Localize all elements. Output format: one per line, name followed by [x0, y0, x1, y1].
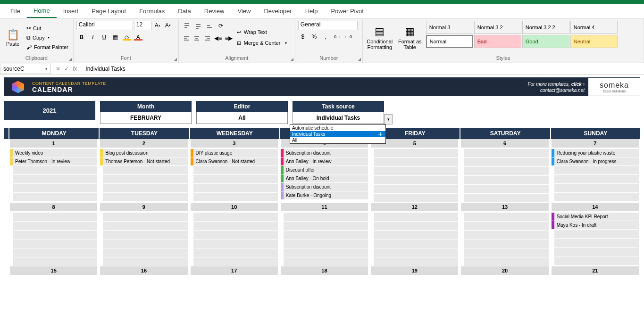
calendar-date: 13 — [461, 203, 548, 211]
calendar-cell[interactable]: 5 — [369, 139, 460, 203]
calendar-cell[interactable]: 12 — [369, 203, 460, 266]
style-normal-3[interactable]: Normal 3 — [426, 21, 473, 34]
align-right-button[interactable] — [203, 33, 212, 43]
number-format-select[interactable]: General — [298, 21, 358, 30]
align-bottom-button[interactable] — [204, 21, 215, 31]
calendar-task[interactable]: Subscription discount — [281, 183, 368, 191]
calendar-cell[interactable]: 10 — [189, 203, 279, 266]
cut-button[interactable]: ✂Cut — [25, 24, 70, 33]
align-middle-button[interactable] — [193, 21, 203, 31]
calendar-cell[interactable]: 9 — [99, 203, 189, 266]
comma-format-button[interactable]: , — [321, 32, 330, 41]
fill-color-button[interactable]: ◇ — [122, 32, 132, 42]
calendar-cell[interactable]: 14Social Media KPI ReportMaya Kos - In d… — [550, 203, 640, 266]
style-normal-4[interactable]: Normal 4 — [570, 21, 618, 34]
percent-format-button[interactable]: % — [309, 32, 319, 41]
dropdown-button[interactable]: ▾ — [384, 114, 393, 124]
menu-power-pivot[interactable]: Power Pivot — [324, 5, 370, 17]
menu-insert[interactable]: Insert — [57, 5, 85, 17]
editor-value[interactable]: All — [196, 112, 288, 124]
formula-input[interactable]: Individual Tasks — [82, 66, 644, 72]
dropdown-option-selected[interactable]: Individual Tasks — [290, 131, 385, 137]
menu-help[interactable]: Help — [299, 5, 325, 17]
calendar-cell[interactable]: 17 — [189, 266, 279, 276]
calendar-task[interactable]: Social Media KPI Report — [552, 213, 639, 221]
style-bad[interactable]: Bad — [474, 35, 521, 48]
borders-button[interactable]: ▦ — [110, 32, 121, 42]
calendar-cell[interactable]: 21 — [550, 266, 640, 276]
italic-button[interactable]: I — [88, 32, 98, 42]
enter-formula-button[interactable]: ✓ — [64, 66, 69, 72]
calendar-cell[interactable]: 16 — [99, 266, 189, 276]
style-good[interactable]: Good — [522, 35, 569, 48]
font-launcher-icon[interactable]: ◢ — [174, 57, 177, 61]
style-normal[interactable]: Normal — [426, 35, 473, 48]
calendar-cell[interactable]: 3DIY plastic usageClara Swanson - Not st… — [189, 139, 279, 203]
calendar-cell[interactable]: 4Subscription discountAnn Bailey - In re… — [279, 139, 369, 203]
calendar-cell[interactable]: 18 — [279, 266, 369, 276]
align-top-button[interactable] — [182, 21, 192, 31]
clipboard-launcher-icon[interactable]: ◢ — [69, 57, 72, 61]
calendar-task[interactable]: Weekly video — [10, 149, 97, 157]
calendar-cell[interactable]: 19 — [369, 266, 460, 276]
calendar-task[interactable]: Subscription discount — [281, 149, 368, 157]
calendar-cell[interactable]: 7Reducing your plastic wasteClara Swanso… — [550, 139, 640, 203]
font-name-select[interactable]: Calibri — [76, 21, 133, 30]
calendar-cell[interactable]: 6 — [460, 139, 550, 203]
dropdown-option[interactable]: All — [290, 137, 385, 143]
calendar-cell[interactable]: 2Blog post discussionThomas Peterson - N… — [99, 139, 189, 203]
bold-button[interactable]: B — [76, 32, 87, 42]
decrease-font-button[interactable]: A▾ — [163, 21, 173, 30]
task-source-value[interactable]: Individual Tasks — [293, 112, 384, 124]
increase-font-button[interactable]: A▴ — [153, 21, 162, 30]
wrap-text-button[interactable]: ↩Wrap Text — [235, 28, 292, 37]
name-box[interactable]: sourceC ▾ — [0, 64, 51, 74]
menu-home[interactable]: Home — [27, 4, 57, 18]
increase-decimal-button[interactable]: .0→ — [332, 32, 342, 41]
calendar-cell[interactable]: 8 — [8, 203, 99, 266]
menu-review[interactable]: Review — [198, 5, 231, 17]
align-left-button[interactable] — [182, 33, 191, 43]
menu-data[interactable]: Data — [171, 5, 197, 17]
font-color-button[interactable]: A — [133, 32, 143, 42]
decrease-decimal-button[interactable]: ←.0 — [343, 32, 353, 41]
menu-view[interactable]: View — [231, 5, 257, 17]
align-center-button[interactable] — [192, 33, 201, 43]
calendar-task[interactable]: Blog post discussion — [100, 149, 187, 157]
calendar-task[interactable]: Reducing your plastic waste — [552, 149, 639, 157]
insert-function-button[interactable]: fx — [73, 66, 77, 72]
menu-formulas[interactable]: Formulas — [133, 5, 171, 17]
number-launcher-icon[interactable]: ◢ — [358, 57, 361, 61]
year-value[interactable]: 2021 — [4, 101, 95, 120]
accounting-format-button[interactable]: $ — [298, 32, 308, 41]
calendar-cell[interactable]: 20 — [460, 266, 550, 276]
dropdown-option[interactable]: Automatic schedule — [290, 125, 385, 131]
calendar-task[interactable]: DIY plastic usage — [191, 149, 278, 157]
month-value[interactable]: FEBRUARY — [100, 112, 192, 124]
calendar-cell[interactable]: 11 — [279, 203, 369, 266]
copy-button[interactable]: ⧉Copy▾ — [25, 33, 70, 42]
decrease-indent-button[interactable]: ◀≡ — [213, 33, 223, 43]
calendar-cell[interactable]: 15 — [8, 266, 99, 276]
menu-developer[interactable]: Developer — [257, 5, 298, 17]
format-painter-button[interactable]: 🖌Format Painter — [25, 43, 70, 51]
menu-page-layout[interactable]: Page Layout — [85, 5, 133, 17]
calendar-cell[interactable]: 13 — [460, 203, 550, 266]
merge-center-button[interactable]: ⊟Merge & Center▾ — [235, 39, 292, 48]
template-link[interactable]: For more templates, click › — [527, 82, 585, 87]
increase-indent-button[interactable]: ≡▶ — [224, 33, 233, 43]
style-normal-3-2[interactable]: Normal 3 2 — [474, 21, 521, 34]
underline-button[interactable]: U — [99, 32, 109, 42]
alignment-launcher-icon[interactable]: ◢ — [291, 57, 293, 61]
conditional-formatting-button[interactable]: ▤Conditional Formatting — [366, 21, 394, 54]
style-normal-3-2-2[interactable]: Normal 3 2 2 — [522, 21, 569, 34]
menu-file[interactable]: File — [4, 5, 27, 17]
style-neutral[interactable]: Neutral — [570, 35, 618, 48]
calendar-cell[interactable]: 1Weekly videoPeter Thomson - In review — [8, 139, 99, 203]
font-size-select[interactable]: 12 — [134, 21, 152, 30]
calendar-task[interactable]: Discount offer — [281, 166, 368, 174]
cancel-formula-button[interactable]: ✕ — [56, 66, 60, 72]
paste-button[interactable]: 📋 Paste — [3, 21, 23, 54]
format-as-table-button[interactable]: ▦Format as Table — [396, 21, 424, 54]
orientation-button[interactable]: ⟳ — [216, 21, 226, 31]
